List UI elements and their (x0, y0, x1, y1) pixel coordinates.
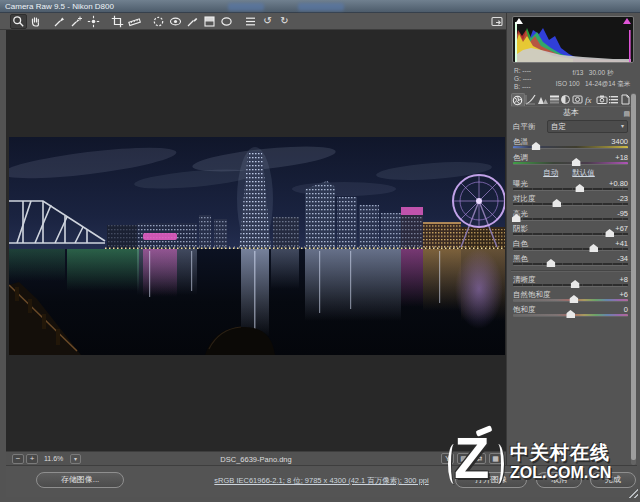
slider-label: 阴影 (513, 224, 528, 233)
tab-detail[interactable] (537, 93, 549, 106)
tab-hsl-grayscale[interactable] (548, 93, 560, 106)
slider-value: -34 (617, 254, 628, 263)
tab-basic[interactable] (511, 93, 525, 106)
exposure-slider[interactable] (513, 188, 628, 191)
watermark-site-name: 中关村在线 (510, 440, 610, 466)
default-link[interactable]: 默认值 (572, 168, 595, 177)
slider-label: 自然饱和度 (513, 290, 551, 299)
rotate-left-icon[interactable]: ↺ (259, 14, 276, 29)
straighten-tool-icon[interactable] (126, 14, 143, 29)
preferences-icon[interactable] (242, 14, 259, 29)
hand-tool-icon[interactable] (27, 14, 44, 29)
highlight-clipping-icon[interactable] (623, 18, 631, 24)
panel-menu-icon[interactable]: ▤ (623, 108, 630, 120)
slider-row-highlights: 高光 -95 (513, 209, 628, 218)
vibrance-slider[interactable] (513, 299, 628, 302)
shadows-slider[interactable] (513, 233, 628, 236)
slider-value: +0.80 (609, 179, 628, 188)
red-eye-icon[interactable] (167, 14, 184, 29)
blacks-slider[interactable] (513, 263, 628, 266)
slider-row-whites: 白色 +41 (513, 239, 628, 248)
slider-value: -95 (617, 209, 628, 218)
title-bar[interactable]: Camera Raw 9.5 - Nikon D800 (0, 0, 640, 13)
slider-value: +18 (615, 153, 628, 162)
slider-row-tint: 色调 +18 (513, 153, 628, 162)
shadow-clipping-icon[interactable] (515, 18, 523, 24)
blurred-region (298, 3, 344, 11)
tab-effects[interactable]: fx (584, 93, 596, 106)
slider-label: 色温 (513, 137, 528, 146)
rotate-right-icon[interactable]: ↻ (276, 14, 293, 29)
slider-row-clarity: 清晰度 +8 (513, 275, 628, 284)
white-balance-label: 白平衡 (513, 122, 536, 131)
image-info: R: ---- G: ---- B: ---- f/13 30.00 秒 ISO… (507, 67, 640, 93)
slider-value: +6 (619, 290, 628, 299)
white-balance-eyedropper-icon[interactable] (51, 14, 68, 29)
slider-label: 清晰度 (513, 275, 536, 284)
slider-row-temperature: 色温 3400 (513, 137, 628, 146)
tab-split-toning[interactable] (560, 93, 572, 106)
exif-iso-lens: ISO 100 14-24@14 毫米 (553, 80, 633, 89)
slider-row-contrast: 对比度 -23 (513, 194, 628, 203)
slider-value: 3400 (611, 137, 628, 146)
slider-value: +41 (615, 239, 628, 248)
photo-preview[interactable] (9, 137, 505, 355)
panel-header: 基本 ▤ (511, 106, 631, 118)
watermark-site-url: ZOL.COM.CN (510, 464, 611, 482)
slider-value: 0 (624, 305, 628, 314)
watermark-arc (492, 444, 504, 484)
slider-value: -23 (617, 194, 628, 203)
filename-label: DSC_6639-Pano.dng (6, 455, 506, 464)
temperature-slider[interactable] (513, 146, 628, 149)
crop-tool-icon[interactable] (109, 14, 126, 29)
rgb-g-value: G: ---- (514, 75, 531, 82)
auto-default-links: 自动 默认值 (507, 168, 631, 178)
watermark-logo: Z (454, 424, 489, 491)
slider-label: 色调 (513, 153, 528, 162)
saturation-slider[interactable] (513, 314, 628, 317)
highlights-slider[interactable] (513, 218, 628, 221)
fullscreen-toggle-icon[interactable] (489, 15, 505, 28)
slider-value: +67 (615, 224, 628, 233)
camera-raw-window: Camera Raw 9.5 - Nikon D800 (0, 0, 640, 502)
slider-row-blacks: 黑色 -34 (513, 254, 628, 263)
panel-divider-line (511, 270, 631, 272)
chevron-down-icon: ▾ (621, 121, 624, 132)
zoom-tool-icon[interactable] (10, 14, 27, 29)
zol-watermark: Z 中关村在线 ZOL.COM.CN (446, 436, 640, 498)
scrollbar-thumb[interactable] (631, 94, 636, 460)
clarity-slider[interactable] (513, 284, 628, 287)
zoom-bar: − + 11.6% ▾ DSC_6639-Pano.dng Y ▤ ⇄ ▦ (6, 451, 506, 465)
slider-row-vibrance: 自然饱和度 +6 (513, 290, 628, 299)
tint-slider[interactable] (513, 162, 628, 165)
panel-scrollbar[interactable] (631, 93, 636, 465)
slider-label: 黑色 (513, 254, 528, 263)
slider-label: 饱和度 (513, 305, 536, 314)
svg-text:fx: fx (585, 95, 592, 105)
tab-snapshots[interactable] (619, 93, 631, 106)
whites-slider[interactable] (513, 248, 628, 251)
targeted-adjustment-icon[interactable] (85, 14, 102, 29)
tab-camera-calibration[interactable] (596, 93, 608, 106)
radial-filter-icon[interactable] (218, 14, 235, 29)
adjustment-brush-icon[interactable] (184, 14, 201, 29)
slider-row-exposure: 曝光 +0.80 (513, 179, 628, 188)
panel-tabs: fx (511, 93, 631, 106)
white-balance-dropdown[interactable]: 自定 ▾ (547, 120, 628, 133)
slider-label: 对比度 (513, 194, 536, 203)
tab-tone-curve[interactable] (525, 93, 537, 106)
spot-removal-icon[interactable] (150, 14, 167, 29)
auto-link[interactable]: 自动 (543, 168, 558, 177)
slider-value: +8 (619, 275, 628, 284)
rgb-r-value: R: ---- (514, 67, 531, 74)
graduated-filter-icon[interactable] (201, 14, 218, 29)
slider-label: 曝光 (513, 179, 528, 188)
preview-area (6, 30, 506, 451)
contrast-slider[interactable] (513, 203, 628, 206)
blurred-region (228, 3, 264, 11)
tab-presets[interactable] (608, 93, 620, 106)
white-balance-row: 白平衡 自定 ▾ (513, 120, 628, 133)
tab-lens-corrections[interactable] (572, 93, 584, 106)
color-sampler-icon[interactable] (68, 14, 85, 29)
adjustments-panel: R: ---- G: ---- B: ---- f/13 30.00 秒 ISO… (507, 13, 640, 465)
